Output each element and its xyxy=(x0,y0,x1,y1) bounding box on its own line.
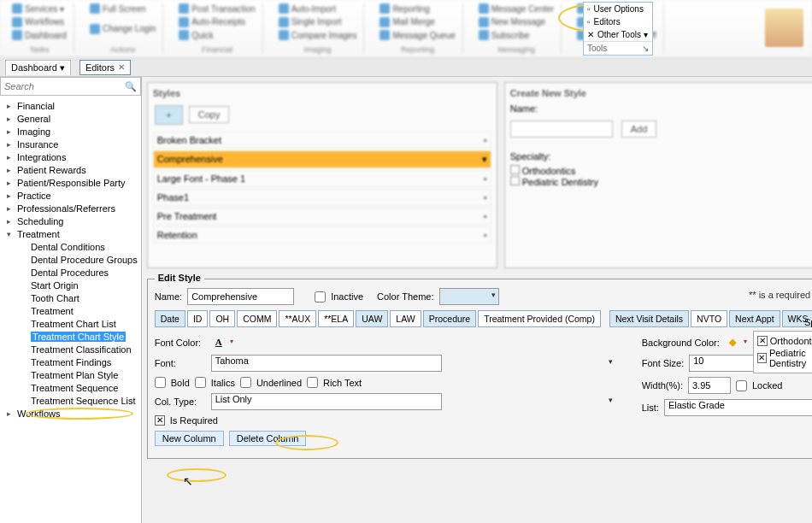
nav-dental-procedures[interactable]: Dental Procedures xyxy=(2,266,139,279)
font-label: Font: xyxy=(155,358,206,368)
new-style-name-input[interactable] xyxy=(510,120,613,138)
col-ela[interactable]: **ELA xyxy=(318,310,354,327)
richtext-checkbox[interactable] xyxy=(307,377,318,388)
nav-treatment-sequence-list[interactable]: Treatment Sequence List xyxy=(2,394,139,407)
font-select[interactable]: Tahoma xyxy=(211,355,616,372)
col-law[interactable]: LAW xyxy=(390,310,421,327)
isrequired-checkbox[interactable]: ✕ xyxy=(155,415,165,426)
width-label: Width(%): xyxy=(642,380,683,391)
nav-treatment-plan-style[interactable]: Treatment Plan Style xyxy=(2,368,139,381)
col-next-visit[interactable]: Next Visit Details xyxy=(609,310,689,327)
col-id[interactable]: ID xyxy=(187,310,209,327)
wrench-icon: ✕ xyxy=(587,30,594,39)
underlined-checkbox[interactable] xyxy=(240,377,251,388)
nav-treatment-sub[interactable]: Treatment xyxy=(2,304,139,317)
styles-title: Styles xyxy=(153,88,491,98)
copy-style-button[interactable]: Copy xyxy=(189,106,230,123)
create-panel: Create New Style Name: Add Specialty: Or… xyxy=(504,82,812,268)
nav-integrations[interactable]: Integrations xyxy=(2,150,139,163)
list-select[interactable]: Elastic Grade xyxy=(664,399,812,416)
underlined-label: Underlined xyxy=(256,378,302,388)
nav-patient-rewards[interactable]: Patient Rewards xyxy=(2,163,139,176)
style-item-selected[interactable]: Comprehensive▾ xyxy=(153,150,491,168)
coltype-select[interactable]: List Only xyxy=(211,393,616,410)
inactive-checkbox[interactable] xyxy=(315,291,326,303)
list-label: List: xyxy=(642,403,659,413)
new-column-button[interactable]: New Column xyxy=(155,431,224,446)
bg-color-icon[interactable]: ◆ xyxy=(725,336,740,350)
locked-checkbox[interactable] xyxy=(736,380,747,391)
bold-checkbox[interactable] xyxy=(155,377,166,388)
style-item[interactable]: Retention▫ xyxy=(153,226,491,244)
col-date[interactable]: Date xyxy=(155,310,185,327)
search-box[interactable]: 🔍 xyxy=(0,77,141,96)
col-oh[interactable]: OH xyxy=(209,310,235,327)
specialty-ortho[interactable]: ✕Orthodontics xyxy=(757,335,812,347)
col-nvto[interactable]: NVTO xyxy=(691,310,727,327)
create-sp1[interactable]: Orthodontics xyxy=(522,166,575,176)
dropdown-icon[interactable]: ▾ xyxy=(230,338,233,345)
delete-column-button[interactable]: Delete Column xyxy=(229,431,307,446)
editors-item[interactable]: ▫Editors xyxy=(584,15,652,28)
add-button[interactable]: Add xyxy=(621,120,657,138)
col-treatment-provided[interactable]: Treatment Provided (Comp) xyxy=(478,310,601,327)
col-comm[interactable]: COMM xyxy=(237,310,277,327)
specialty-pediatric[interactable]: ✕Pediatric Dentistry xyxy=(757,347,812,369)
close-icon[interactable]: ✕ xyxy=(118,62,125,72)
style-item[interactable]: Pre Treatment▫ xyxy=(153,208,491,225)
new-style-button[interactable]: ＋ xyxy=(155,105,183,125)
style-item[interactable]: Large Font - Phase 1▫ xyxy=(153,170,491,187)
font-color-icon[interactable]: A xyxy=(211,336,227,350)
nav-tooth-chart[interactable]: Tooth Chart xyxy=(2,291,139,304)
nav-treatment-sequence[interactable]: Treatment Sequence xyxy=(2,381,139,394)
tools-footer: Tools↘ xyxy=(584,41,652,55)
inactive-label: Inactive xyxy=(331,291,363,302)
italics-checkbox[interactable] xyxy=(195,377,206,388)
nav-treatment-chart-list[interactable]: Treatment Chart List xyxy=(2,317,139,330)
tab-editors[interactable]: Editors✕ xyxy=(79,60,131,75)
col-uaw[interactable]: UAW xyxy=(356,310,388,327)
create-sp2[interactable]: Pediatric Dentistry xyxy=(522,177,598,187)
nav-patient-resp[interactable]: Patient/Responsible Party xyxy=(2,176,139,189)
nav-insurance[interactable]: Insurance xyxy=(2,138,139,150)
specialty-label: Specialty: xyxy=(804,317,812,327)
width-input[interactable] xyxy=(688,377,731,394)
nav-dental-proc-groups[interactable]: Dental Procedure Groups xyxy=(2,253,139,266)
fontcolor-label: Font Color: xyxy=(155,338,206,348)
col-aux[interactable]: **AUX xyxy=(279,310,316,327)
content: Chart Style Editor Styles ＋ Copy Broken … xyxy=(142,77,812,523)
name-label: Name: xyxy=(155,291,182,302)
search-input[interactable] xyxy=(4,81,125,91)
nav-workflows[interactable]: Workflows xyxy=(2,407,139,420)
nav-treatment[interactable]: Treatment xyxy=(2,227,139,240)
nav-treatment-findings[interactable]: Treatment Findings xyxy=(2,356,139,368)
column-tabs[interactable]: Date ID OH COMM **AUX **ELA UAW LAW Proc… xyxy=(155,310,812,327)
col-procedure[interactable]: Procedure xyxy=(423,310,476,327)
nav-financial[interactable]: Financial xyxy=(2,99,139,112)
search-icon[interactable]: 🔍 xyxy=(125,81,137,92)
nav-treatment-chart-style[interactable]: Treatment Chart Style xyxy=(2,330,139,343)
nav-tree[interactable]: Financial General Imaging Insurance Inte… xyxy=(0,96,141,523)
doc-icon: ▫ xyxy=(587,17,591,26)
nav-treatment-classification[interactable]: Treatment Classification xyxy=(2,343,139,356)
style-item[interactable]: Phase1▫ xyxy=(153,189,491,206)
tab-dashboard[interactable]: Dashboard ▾ xyxy=(5,60,71,75)
other-tools-item[interactable]: ✕Other Tools ▾ xyxy=(584,28,652,41)
name-input[interactable] xyxy=(187,288,294,305)
nav-general[interactable]: General xyxy=(2,112,139,125)
fontsize-label: Font Size: xyxy=(642,358,685,368)
color-theme-select[interactable] xyxy=(439,288,499,305)
style-item[interactable]: Broken Bracket▫ xyxy=(153,132,491,149)
nav-start-origin[interactable]: Start Origin xyxy=(2,279,139,291)
required-note: ** is a required column xyxy=(749,290,812,300)
dropdown-icon[interactable]: ▾ xyxy=(744,338,747,345)
nav-practice[interactable]: Practice xyxy=(2,189,139,202)
nav-dental-conditions[interactable]: Dental Conditions xyxy=(2,240,139,253)
user-options-item[interactable]: ▫User Options xyxy=(584,3,652,15)
nav-scheduling[interactable]: Scheduling xyxy=(2,214,139,227)
nav-professionals[interactable]: Professionals/Referrers xyxy=(2,202,139,214)
nav-imaging[interactable]: Imaging xyxy=(2,125,139,138)
specialty-label: Specialty: xyxy=(510,151,812,162)
tools-menu[interactable]: ▫User Options ▫Editors ✕Other Tools ▾ To… xyxy=(583,2,653,56)
col-next-appt[interactable]: Next Appt xyxy=(729,310,780,327)
